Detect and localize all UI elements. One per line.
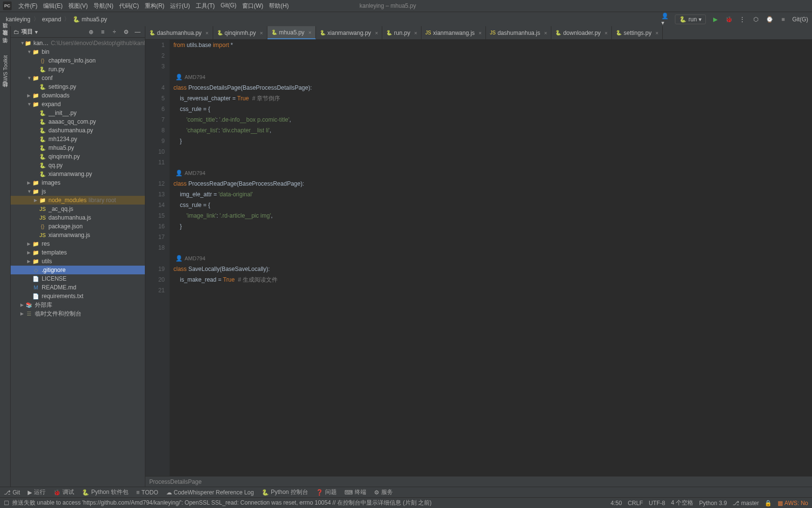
code-line[interactable] [173,61,812,72]
tree-item[interactable]: 🐍mh1234.py [11,135,145,143]
tree-item[interactable]: 🐍__init__.py [11,109,145,117]
editor-tab[interactable]: 🐍run.py× [382,26,422,39]
hide-icon[interactable]: — [133,28,142,36]
code-line[interactable]: 'comic_title': '.de-info__box p.comic-ti… [173,114,812,125]
status-icon[interactable]: ☐ [4,500,9,507]
code-line[interactable]: 'image_link': '.rd-article__pic img', [173,210,812,221]
editor-tab[interactable]: 🐍qinqinmh.py× [213,26,267,39]
editor-tab[interactable]: 🐍downloader.py× [551,26,612,39]
tree-item[interactable]: {}package.json [11,222,145,231]
line-separator[interactable]: CRLF [628,500,643,507]
menu-item[interactable]: 工具(T) [193,2,218,10]
code-line[interactable] [173,146,812,157]
close-icon[interactable]: × [308,30,311,35]
tree-item[interactable]: JSxianmanwang.js [11,231,145,239]
user-icon[interactable]: 👤▾ [661,15,670,24]
tree-item[interactable]: 🐍settings.py [11,82,145,91]
menu-item[interactable]: 帮助(H) [266,2,292,10]
tree-item[interactable]: ▶📁downloads [11,91,145,100]
tree-item[interactable]: ▶☰临时文件和控制台 [11,309,145,318]
tree-item[interactable]: ▼📁js [11,187,145,196]
close-icon[interactable]: × [205,30,208,36]
interpreter[interactable]: Python 3.9 [699,500,727,507]
locate-icon[interactable]: ⊕ [87,28,95,36]
menu-item[interactable]: 窗口(W) [239,2,266,10]
tool-window-button[interactable]: ⌨终端 [344,488,366,496]
code-line[interactable]: class ProcessDetailsPage(BaseProcessDeta… [173,82,812,93]
code-line[interactable] [173,285,812,296]
menu-item[interactable]: 运行(U) [167,2,193,10]
tree-item[interactable]: MREADME.md [11,283,145,292]
code-content[interactable]: from utils.base import *👤AMD794class Pro… [170,40,812,476]
tool-window-button[interactable]: 🐞调试 [53,488,74,496]
tool-window-tab[interactable]: 书签 [0,44,10,51]
tree-item[interactable]: ▶📁res [11,239,145,248]
editor-tab[interactable]: 🐍dashumanhua.py× [145,26,213,39]
profiler-icon[interactable]: ⌚ [765,15,774,24]
git-branch[interactable]: ⎇ master [733,500,759,507]
menu-item[interactable]: Git(G) [218,2,239,10]
tree-item[interactable]: ▼📁bin [11,48,145,56]
editor-tab[interactable]: 🐍mhua5.py× [267,26,316,39]
aws-region[interactable]: ▦ AWS: No [778,500,808,507]
tree-item[interactable]: ▼📁kanleyingC:\Users\lenovo\Desktop\githu… [11,39,145,48]
tree-item[interactable]: ◇.gitignore [11,266,145,274]
coverage-icon[interactable]: ⬡ [751,15,760,24]
tool-window-button[interactable]: ☁CodeWhisperer Reference Log [166,489,254,496]
code-line[interactable]: img_ele_attr = 'data-original' [173,189,812,200]
tool-window-button[interactable]: ≡TODO [136,489,158,496]
tool-window-button[interactable]: 🐍Python 软件包 [82,488,128,496]
padlock-icon[interactable]: 🔒 [765,500,772,507]
editor-tab[interactable]: JSdashumanhua.js× [486,26,551,39]
close-icon[interactable]: × [479,30,482,36]
tool-window-button[interactable]: 🐍Python 控制台 [262,488,308,496]
chevron-down-icon[interactable]: ▾ [35,29,38,35]
stop-button[interactable]: ■ [779,15,787,24]
tree-item[interactable]: 🐍mhua5.py [11,143,145,152]
code-line[interactable]: 'chapter_list': 'div.chapter__list li', [173,125,812,136]
tree-item[interactable]: {}chapters_info.json [11,56,145,65]
tree-item[interactable]: 🐍qq.py [11,161,145,170]
code-line[interactable] [173,157,812,168]
tree-item[interactable]: 🐍aaaac_qq_com.py [11,117,145,126]
editor-tab[interactable]: 🐍settings.py× [612,26,663,39]
tree-item[interactable]: JSdashumanhua.js [11,213,145,222]
code-line[interactable]: css_rule = { [173,200,812,210]
close-icon[interactable]: × [375,30,378,36]
code-line[interactable]: } [173,136,812,146]
tool-window-button[interactable]: ⚙服务 [374,488,393,496]
menu-item[interactable]: 视图(V) [65,2,91,10]
code-line[interactable]: css_rule = { [173,104,812,114]
close-icon[interactable]: × [414,30,417,36]
tree-item[interactable]: ▶📚外部库 [11,301,145,309]
more-actions-icon[interactable]: ⋮ [738,15,747,24]
tool-window-tab[interactable]: 拉取请求 [0,36,10,44]
editor-tab[interactable]: JSxianmanwang.js× [422,26,486,39]
indent-config[interactable]: 4 个空格 [671,499,693,507]
tree-item[interactable]: 🐍qinqinmh.py [11,152,145,161]
tree-item[interactable]: ▶📁utils [11,257,145,266]
code-line[interactable]: from utils.base import * [173,40,812,50]
code-line[interactable] [173,50,812,61]
tool-window-tab[interactable]: 项目 [0,28,10,36]
code-line[interactable] [173,232,812,242]
menu-item[interactable]: 重构(R) [142,2,168,10]
code-line[interactable]: } [173,221,812,232]
close-icon[interactable]: × [544,30,547,36]
code-line[interactable]: class SaveLocally(BaseSaveLocally): [173,264,812,274]
menu-item[interactable]: 代码(C) [116,2,142,10]
expand-all-icon[interactable]: ≡ [98,28,107,36]
breadcrumb-item[interactable]: kanleying [4,15,32,24]
project-tree[interactable]: ▼📁kanleyingC:\Users\lenovo\Desktop\githu… [11,38,145,487]
code-line[interactable] [173,242,812,253]
editor-tab[interactable]: 🐍xianmanwang.py× [316,26,383,39]
code-line[interactable]: class ProcessReadPage(BaseProcessReadPag… [173,178,812,189]
close-icon[interactable]: × [260,30,263,36]
editor-body[interactable]: 123456789101112131415161718192021 from u… [145,40,812,476]
tree-item[interactable]: ▼📁expand [11,100,145,109]
close-icon[interactable]: × [656,30,658,36]
debug-button[interactable]: 🐞 [724,15,733,24]
tool-window-tab[interactable]: 结构 [0,88,10,95]
file-encoding[interactable]: UTF-8 [649,500,665,507]
close-icon[interactable]: × [605,30,608,36]
